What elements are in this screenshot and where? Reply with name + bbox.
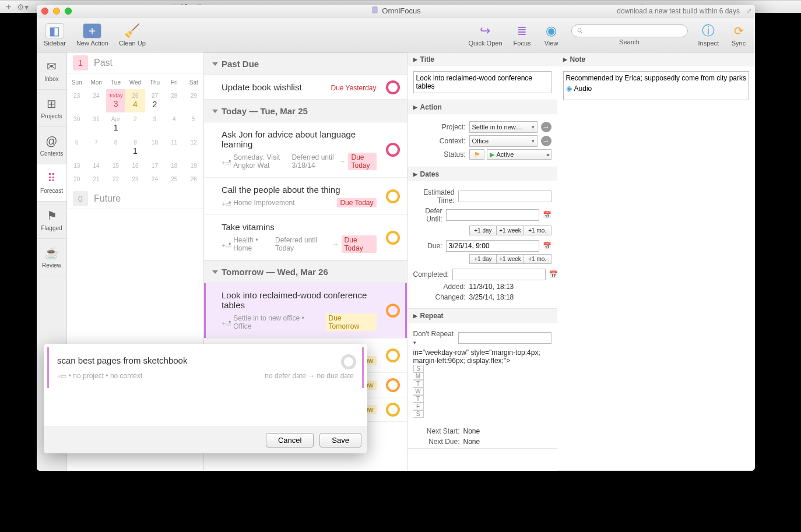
weekday-toggle[interactable]: W [413, 387, 424, 395]
task-checkbox[interactable] [386, 143, 400, 157]
calendar-icon[interactable]: 📅 [549, 270, 557, 279]
cal-day[interactable]: 7 [86, 136, 106, 159]
cal-day[interactable]: 23 [67, 89, 86, 112]
inspector-title-header[interactable]: ▶Title [407, 52, 557, 66]
nav-inbox[interactable]: ✉Inbox [37, 52, 66, 90]
task-row-selected[interactable]: Look into reclaimed-wood conference tabl… [204, 283, 407, 339]
cal-day[interactable]: 21 [86, 172, 106, 186]
cal-day[interactable]: 10 [145, 136, 164, 159]
cal-day[interactable]: 3 [145, 112, 164, 136]
fullscreen-button[interactable]: ⤢ [747, 8, 751, 14]
weekday-toggle[interactable]: T [413, 380, 424, 387]
due-input[interactable] [446, 240, 539, 252]
focus-button[interactable]: ≣ Focus [513, 23, 532, 47]
group-tomorrow[interactable]: Tomorrow — Wed, Mar 26 [204, 260, 407, 283]
cal-day[interactable]: 13 [67, 159, 86, 172]
defer-plus-1-mo[interactable]: +1 mo. [524, 226, 551, 235]
title-input[interactable]: Look into reclaimed-wood conference tabl… [413, 71, 551, 93]
cal-day[interactable]: 6 [67, 136, 86, 159]
quick-open-button[interactable]: ↪ Quick Open [468, 23, 502, 47]
group-today[interactable]: Today — Tue, Mar 25 [204, 100, 407, 122]
flag-toggle[interactable]: ⚑ [469, 149, 484, 160]
project-select[interactable]: Settle in to new… [469, 121, 537, 133]
view-button[interactable]: ◉ View [542, 23, 561, 47]
defer-plus-1-week[interactable]: +1 week [497, 226, 524, 235]
cal-day[interactable]: 22 [106, 172, 125, 186]
cal-day[interactable]: 2 [125, 112, 145, 136]
cal-day-tomorrow[interactable]: 264 [125, 89, 145, 112]
cal-day[interactable]: 15 [106, 159, 125, 172]
cal-day[interactable]: 30 [67, 112, 86, 136]
cancel-button[interactable]: Cancel [266, 433, 314, 448]
cal-day[interactable]: 19 [184, 159, 203, 172]
context-select[interactable]: Office [469, 135, 537, 147]
estimated-time-input[interactable] [458, 191, 551, 202]
calendar-icon[interactable]: 📅 [543, 211, 551, 219]
defer-until-input[interactable] [446, 209, 539, 221]
inspector-note-header[interactable]: ▶Note [557, 52, 755, 66]
cal-day[interactable]: 14 [86, 159, 106, 172]
cal-day[interactable]: 17 [145, 159, 164, 172]
cal-day[interactable]: 11 [164, 136, 184, 159]
search-input[interactable] [571, 24, 688, 37]
cal-day[interactable]: 31 [86, 112, 106, 136]
cal-day[interactable]: 25 [164, 172, 184, 186]
cal-day[interactable]: 8 [106, 136, 125, 159]
due-plus-1-mo[interactable]: +1 mo. [524, 254, 551, 264]
task-checkbox[interactable] [386, 304, 400, 318]
cal-day[interactable]: 16 [125, 159, 145, 172]
due-plus-1-day[interactable]: +1 day [469, 254, 497, 264]
task-checkbox[interactable] [386, 378, 400, 392]
task-checkbox[interactable] [386, 348, 400, 362]
cal-day[interactable]: 20 [67, 172, 86, 186]
weekday-toggle[interactable]: M [413, 372, 424, 380]
task-checkbox[interactable] [386, 80, 400, 94]
cal-day[interactable]: Apr1 [106, 112, 125, 136]
calendar-past-row[interactable]: 1 Past [67, 52, 203, 73]
defer-plus-1-day[interactable]: +1 day [469, 226, 497, 235]
task-checkbox[interactable] [386, 231, 400, 245]
completed-input[interactable] [452, 269, 546, 280]
cal-day[interactable]: 23 [125, 172, 145, 186]
quick-entry-input[interactable] [57, 355, 324, 365]
cal-day[interactable]: 24 [145, 172, 164, 186]
update-banner[interactable]: download a new test build within 6 days [617, 7, 740, 15]
cal-day-today[interactable]: Today3 [106, 89, 125, 112]
note-input[interactable]: Recommended by Erica; supposedly come fr… [563, 71, 749, 100]
task-row[interactable]: Ask Jon for advice about language learni… [204, 122, 407, 178]
cal-day[interactable]: 18 [164, 159, 184, 172]
task-checkbox[interactable] [386, 189, 400, 203]
cal-day[interactable]: 4 [164, 112, 184, 136]
cal-day[interactable]: 28 [164, 89, 184, 112]
task-checkbox[interactable] [386, 403, 400, 417]
cal-day[interactable]: 26 [184, 172, 203, 186]
cal-day[interactable]: 5 [184, 112, 203, 136]
gear-menu[interactable]: ⚙▾ [17, 2, 29, 12]
nav-forecast[interactable]: ⠿Forecast [37, 164, 66, 202]
clean-up-button[interactable]: 🧹 Clean Up [119, 23, 146, 47]
calendar-future-row[interactable]: 0 Future [67, 188, 203, 209]
cal-day[interactable]: 91 [125, 136, 145, 159]
task-row[interactable]: Update book wishlist Due Yesterday [204, 75, 407, 100]
add-button[interactable]: + [6, 2, 11, 12]
status-select[interactable]: ▶Active [487, 149, 551, 160]
task-row[interactable]: Take vitamins +▭ • Health • HomeDeferred… [204, 215, 407, 260]
weekday-toggle[interactable]: F [413, 403, 424, 410]
task-row[interactable]: Call the people about the thing +▭ • Hom… [204, 178, 407, 215]
nav-review[interactable]: ☕Review [37, 239, 66, 276]
cal-day[interactable]: 272 [145, 89, 164, 112]
sidebar-toggle-button[interactable]: ◧ Sidebar [44, 23, 66, 47]
goto-context-button[interactable]: → [541, 136, 551, 146]
inspect-button[interactable]: ⓘ Inspect [698, 23, 719, 47]
calendar-icon[interactable]: 📅 [543, 242, 551, 250]
save-button[interactable]: Save [319, 433, 361, 448]
goto-project-button[interactable]: → [541, 122, 551, 132]
nav-flagged[interactable]: ⚑Flagged [37, 202, 66, 239]
nav-projects[interactable]: ⊞Projects [37, 90, 66, 127]
weekday-toggle[interactable]: S [413, 410, 424, 418]
cal-day[interactable]: 12 [184, 136, 203, 159]
weekday-toggle[interactable]: T [413, 395, 424, 403]
weekday-toggle[interactable]: S [413, 365, 424, 372]
quick-entry-checkbox[interactable] [341, 354, 356, 369]
due-plus-1-week[interactable]: +1 week [497, 254, 524, 264]
